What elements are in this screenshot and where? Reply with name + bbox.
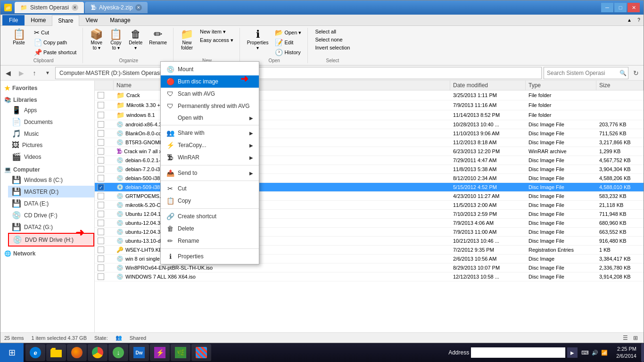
taskbar-address-input[interactable] — [471, 347, 565, 358]
ctx-copy[interactable]: 📋 Copy — [161, 195, 259, 207]
checkbox-11[interactable] — [98, 193, 104, 199]
ctx-create-shortcut[interactable]: 🔗 Create shortcut — [161, 210, 259, 222]
new-folder-button[interactable]: 📁 Newfolder — [178, 28, 196, 52]
col-date[interactable]: Date modified — [450, 81, 526, 90]
ribbon-help-btn[interactable]: ? — [634, 16, 644, 25]
checkbox-5[interactable] — [98, 139, 104, 146]
checkbox-20[interactable] — [98, 273, 104, 280]
paste-shortcut-button[interactable]: 📌 Paste shortcut — [32, 48, 79, 57]
taskbar-leaf[interactable]: 🌿 — [171, 344, 190, 361]
table-row[interactable]: 💿Win8PROx64-EN-ptBR-SL-TH-UK.iso 8/29/20… — [95, 263, 644, 272]
col-size[interactable]: Size — [596, 81, 644, 90]
ctx-teracopy[interactable]: ⚡ TeraCopy... ▶ — [161, 139, 259, 151]
checkbox-3[interactable] — [98, 121, 104, 128]
libraries-header[interactable]: 📚 Libraries — [0, 95, 94, 104]
network-icon[interactable]: 📶 — [601, 350, 608, 356]
select-all-button[interactable]: Select all — [313, 28, 352, 35]
cut-button[interactable]: ✂ Cut — [32, 28, 79, 37]
ctx-open-with[interactable]: Open with ▶ — [161, 112, 259, 123]
checkbox-12[interactable] — [98, 202, 104, 208]
move-to-button[interactable]: 📦 Moveto ▾ — [88, 28, 105, 52]
taskbar-idm[interactable]: ↓ — [108, 344, 128, 361]
sidebar-item-cd-f[interactable]: 💿 CD Drive (F:) — [8, 209, 94, 221]
history-button[interactable]: 🕐 History — [272, 48, 304, 57]
ctx-share-with[interactable]: 👥 Share with ▶ — [161, 127, 259, 139]
taskbar-explorer[interactable] — [46, 344, 66, 361]
taskbar-firefox[interactable] — [67, 344, 87, 361]
checkbox-10[interactable]: ✓ — [98, 184, 104, 190]
show-desktop-button[interactable] — [641, 343, 644, 362]
taskbar-lightning[interactable]: ⚡ — [150, 344, 170, 361]
ctx-winrar[interactable]: 🗜 WinRAR ▶ — [161, 151, 259, 164]
taskbar-chrome[interactable] — [88, 344, 107, 361]
checkbox-4[interactable] — [98, 130, 104, 137]
tab-close-2[interactable]: ✕ — [135, 4, 142, 11]
sidebar-item-documents[interactable]: 📄 Documents — [8, 116, 94, 128]
checkbox-9[interactable] — [98, 175, 104, 181]
forward-button[interactable]: ▶ — [16, 67, 27, 79]
ribbon-tab-share[interactable]: Share — [52, 15, 79, 26]
checkbox-17[interactable] — [98, 247, 104, 253]
ribbon-tab-file[interactable]: File — [2, 15, 25, 25]
ctx-delete[interactable]: 🗑 Delete — [161, 222, 259, 235]
sidebar-item-apps[interactable]: 📱 Apps — [8, 104, 94, 116]
ribbon-tab-view[interactable]: View — [79, 15, 104, 25]
checkbox-15[interactable] — [98, 229, 104, 235]
sidebar-item-data-e[interactable]: 💾 DATA (E:) — [8, 197, 94, 209]
checkbox-2[interactable] — [98, 112, 104, 118]
rename-ribbon-button[interactable]: ✏ Rename — [147, 28, 169, 47]
checkbox-8[interactable] — [98, 166, 104, 173]
checkbox-18[interactable] — [98, 255, 104, 262]
delete-button[interactable]: 🗑 Delete▾ — [126, 28, 145, 52]
checkbox-6[interactable] — [98, 148, 104, 155]
ctx-cut[interactable]: ✂ Cut — [161, 182, 259, 195]
edit-button[interactable]: 📝 Edit — [272, 38, 304, 47]
ribbon-tab-manage[interactable]: Manage — [104, 15, 136, 25]
search-input[interactable] — [547, 70, 618, 76]
ribbon-tab-home[interactable]: Home — [25, 15, 52, 25]
taskbar-stripe[interactable] — [191, 344, 211, 361]
ctx-send-to[interactable]: 📤 Send to ▶ — [161, 167, 259, 179]
col-type[interactable]: Type — [526, 81, 596, 90]
sidebar-item-windows-c[interactable]: 💾 Windows 8 (C:) — [8, 174, 94, 186]
checkbox-0[interactable] — [98, 92, 104, 99]
invert-selection-button[interactable]: Invert selection — [313, 44, 352, 51]
sidebar-item-videos[interactable]: 🎬 Videos — [8, 151, 94, 163]
taskbar-address-go[interactable]: ▶ — [567, 347, 578, 358]
sidebar-item-pictures[interactable]: 🖼 Pictures — [8, 140, 94, 151]
favorites-header[interactable]: ★ Favorites — [0, 82, 94, 93]
checkbox-7[interactable] — [98, 157, 104, 164]
sidebar-item-master-d[interactable]: 💾 MASTER (D:) — [8, 186, 94, 197]
ctx-properties[interactable]: ℹ Properties — [161, 250, 259, 263]
select-none-button[interactable]: Select none — [313, 36, 352, 43]
ctx-shred-avg[interactable]: 🛡 Permanently shred with AVG — [161, 100, 259, 112]
computer-header[interactable]: 💻 Computer — [0, 165, 94, 174]
refresh-button[interactable]: ↻ — [630, 67, 642, 79]
close-button[interactable]: ✕ — [627, 3, 640, 12]
taskbar-ie[interactable]: e — [25, 344, 45, 361]
tab-alyeska[interactable]: 🗜 Alyeska-2.zip ✕ — [85, 2, 148, 13]
checkbox-1[interactable] — [98, 102, 104, 108]
open-ribbon-button[interactable]: 📂 Open ▾ — [272, 28, 304, 37]
checkbox-13[interactable] — [98, 211, 104, 217]
maximize-button[interactable]: □ — [614, 3, 627, 12]
ctx-scan-avg[interactable]: 🛡 Scan with AVG — [161, 88, 259, 100]
taskbar-clock[interactable]: 2:25 PM 2/6/2014 — [611, 346, 641, 360]
network-header[interactable]: 🌐 Network — [0, 248, 94, 258]
volume-icon[interactable]: 🔊 — [592, 350, 598, 356]
ribbon-up-btn[interactable]: ▲ — [625, 16, 634, 25]
copy-path-button[interactable]: 📄 Copy path — [32, 38, 79, 47]
checkbox-19[interactable] — [98, 264, 104, 271]
recent-locations-button[interactable]: ▼ — [42, 67, 53, 79]
ctx-rename[interactable]: ✏ Rename — [161, 235, 259, 247]
minimize-button[interactable]: ─ — [601, 3, 613, 12]
address-path[interactable]: Computer › MASTER (D:) › Sistem Operasi … — [55, 67, 542, 79]
up-button[interactable]: ↑ — [29, 67, 40, 79]
copy-to-button[interactable]: 📋 Copyto ▾ — [107, 28, 124, 52]
taskbar-dw[interactable]: Dw — [129, 344, 149, 361]
back-button[interactable]: ◀ — [2, 67, 14, 79]
large-icons-button[interactable]: ⊞ — [631, 334, 640, 342]
easy-access-button[interactable]: Easy access ▾ — [198, 36, 236, 44]
details-view-button[interactable]: ☰ — [621, 334, 629, 342]
new-item-button[interactable]: New item ▾ — [198, 28, 236, 36]
